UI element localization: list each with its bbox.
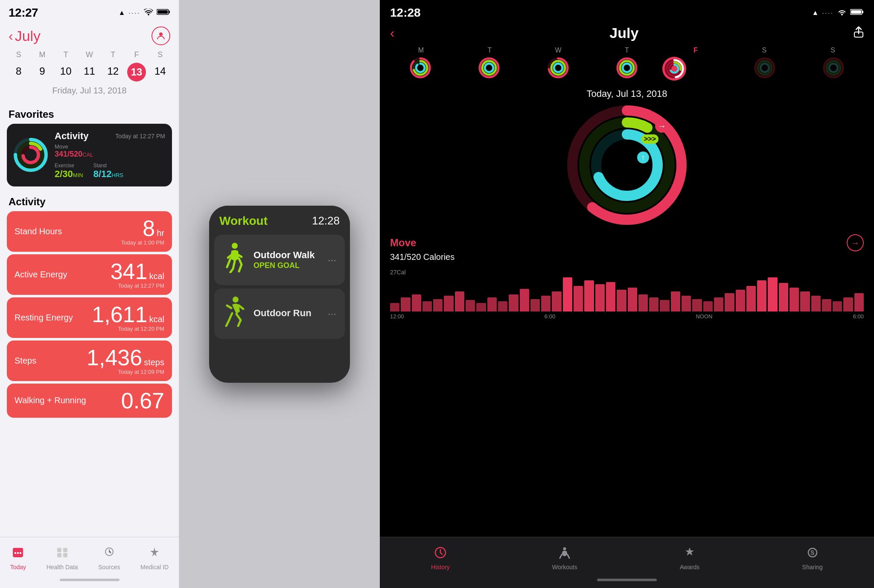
tab-medical-id[interactable]: Medical ID (140, 546, 169, 571)
bar-0 (390, 303, 399, 311)
favorites-label: Favorites (0, 104, 179, 124)
run-menu-dots[interactable]: ··· (328, 308, 336, 320)
cal-date-12[interactable]: 12 (101, 63, 125, 82)
activity-card-time: Today at 12:27 PM (115, 133, 165, 140)
metric-number-active: 341 (111, 260, 148, 282)
cal-date-10[interactable]: 10 (54, 63, 78, 82)
svg-point-60 (829, 64, 838, 72)
walk-menu-dots[interactable]: ··· (328, 254, 336, 266)
ring-thumb-sun[interactable] (800, 57, 867, 81)
tab-today-label: Today (10, 564, 26, 571)
metric-label-stand: Stand Hours (15, 227, 62, 236)
metric-resting-energy[interactable]: Resting Energy 1,611 kcal Today at 12:20… (7, 297, 172, 338)
tab-bar-left: Today Health Data Sources Medical ID (0, 537, 179, 588)
bar-8 (476, 303, 486, 311)
big-activity-ring: → >>> ↑ (380, 101, 874, 229)
tab-sources[interactable]: Sources (98, 546, 120, 571)
ring-thumb-wed[interactable] (524, 57, 591, 81)
day-w: W (78, 50, 101, 59)
svg-rect-11 (13, 548, 23, 551)
back-button-left[interactable]: ‹ July (9, 28, 41, 44)
tab-today-icon (12, 546, 24, 561)
walk-info: Outdoor Walk OPEN GOAL (253, 249, 321, 271)
back-button-right[interactable]: ‹ (390, 25, 395, 41)
status-icons-right: ▲ ···· (812, 9, 864, 17)
svg-point-68 (563, 547, 566, 550)
cal-date-14[interactable]: 14 (149, 63, 172, 82)
bar-1 (401, 297, 410, 311)
left-panel: 12:27 ▲ ···· ‹ July S M T W T F (0, 0, 179, 588)
scroll-area-left: Favorites Activity (0, 104, 179, 588)
move-detail-button[interactable]: → (847, 234, 864, 251)
x-label-noon: NOON (696, 313, 712, 320)
tab-history[interactable]: History (431, 546, 450, 571)
profile-button[interactable] (151, 26, 170, 45)
svg-point-48 (623, 64, 631, 72)
move-label-right: Move (390, 237, 416, 249)
svg-point-20 (233, 297, 239, 303)
metric-value-active: 341 kcal Today at 12:27 PM (111, 260, 164, 289)
bar-35 (768, 277, 777, 311)
outdoor-walk-item[interactable]: Outdoor Walk OPEN GOAL ··· (214, 235, 345, 285)
metric-walking-running[interactable]: Walking + Running 0.67 (7, 384, 172, 418)
ring-thumb-tue[interactable] (455, 57, 522, 81)
bar-17 (574, 286, 583, 311)
cal-date-8[interactable]: 8 (7, 63, 30, 82)
tab-awards-right[interactable]: Awards (680, 546, 699, 571)
cal-date-13-today[interactable]: 13 (127, 63, 146, 82)
metric-active-energy[interactable]: Active Energy 341 kcal Today at 12:27 PM (7, 254, 172, 295)
ring-thumb-thu[interactable] (593, 57, 660, 81)
tab-medical-label: Medical ID (140, 564, 169, 571)
tab-workouts-right[interactable]: Workouts (552, 546, 577, 571)
bar-4 (433, 299, 443, 311)
bar-19 (595, 284, 605, 311)
x-label-600pm: 6:00 (853, 313, 864, 320)
svg-rect-14 (20, 552, 21, 554)
tab-sharing-right[interactable]: S Sharing (802, 546, 823, 571)
workouts-icon (558, 546, 571, 562)
outdoor-run-item[interactable]: Outdoor Run ··· (214, 288, 345, 339)
tab-sharing-label: Sharing (802, 564, 823, 571)
tab-health-data[interactable]: Health Data (47, 546, 78, 571)
activity-card[interactable]: Activity Today at 12:27 PM Move 341/520C… (7, 124, 172, 186)
metric-label-steps: Steps (15, 356, 36, 366)
share-button-right[interactable] (854, 26, 864, 41)
signal-dots: ···· (128, 9, 140, 16)
bar-27 (682, 296, 691, 311)
metric-stand-hours[interactable]: Stand Hours 8 hr Today at 1:00 PM (7, 211, 172, 252)
cal-date-9[interactable]: 9 (30, 63, 54, 82)
ring-thumb-mon[interactable] (387, 57, 454, 81)
cal-date-11[interactable]: 11 (78, 63, 101, 82)
svg-point-57 (760, 64, 769, 72)
bar-3 (422, 301, 432, 311)
exercise-ring-arrow: >>> (641, 134, 658, 144)
wifi-icon-right (837, 9, 847, 17)
move-value-right: 341/520 Calories (390, 252, 864, 262)
r-day-s1: S (730, 47, 798, 54)
bar-14 (541, 296, 551, 311)
metric-value-walk: 0.67 (121, 390, 164, 412)
metric-steps[interactable]: Steps 1,436 steps Today at 12:09 PM (7, 341, 172, 381)
calendar-dates: 8 9 10 11 12 13 14 (7, 63, 172, 82)
walk-goal: OPEN GOAL (253, 261, 321, 270)
status-time-right: 12:28 (390, 6, 421, 20)
status-bar-right: 12:28 ▲ ···· (380, 0, 874, 23)
ring-thumb-sat[interactable] (731, 57, 798, 81)
bar-5 (444, 296, 453, 311)
svg-point-3 (159, 32, 163, 36)
svg-text:S: S (810, 549, 814, 556)
location-icon: ▲ (119, 9, 125, 17)
home-indicator-right (597, 579, 657, 581)
watch-time: 12:28 (312, 214, 340, 227)
bar-9 (487, 297, 497, 311)
metric-value-resting: 1,611 kcal Today at 12:20 PM (92, 303, 164, 332)
svg-rect-16 (63, 548, 67, 552)
chart-label-top: 27Cal (390, 269, 864, 276)
svg-point-42 (554, 64, 562, 72)
tab-today[interactable]: Today (10, 546, 26, 571)
bar-38 (800, 291, 810, 311)
ring-thumb-fri-today[interactable] (662, 57, 686, 81)
selected-date-left: Friday, Jul 13, 2018 (7, 86, 172, 96)
sharing-icon: S (806, 546, 819, 562)
bar-chart-move: 27Cal 12:00 6:00 NOON 6:00 (380, 265, 874, 317)
